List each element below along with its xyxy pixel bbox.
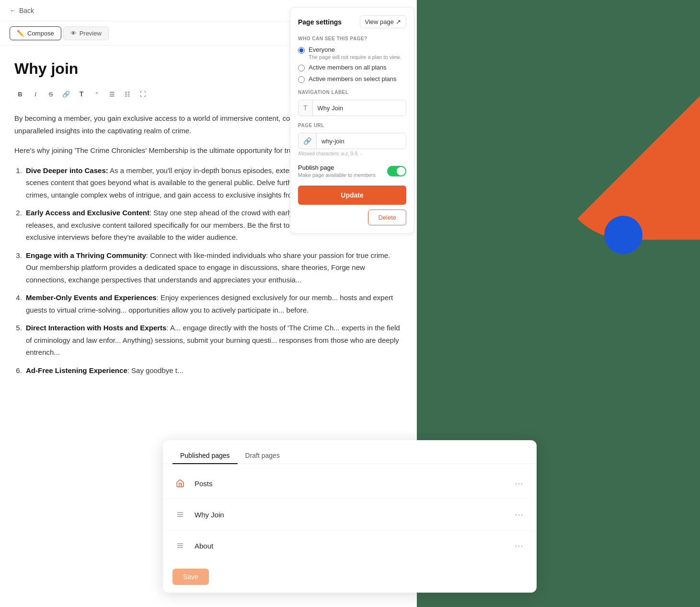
quote-icon[interactable]: “ — [91, 88, 103, 100]
publish-sublabel: Make page available to members — [298, 172, 376, 178]
home-icon — [172, 476, 188, 491]
settings-panel: Page settings View page ↗ WHO CAN SEE TH… — [290, 7, 414, 233]
who-can-see-label: WHO CAN SEE THIS PAGE? — [298, 36, 406, 41]
page-item-why-join: Why Join ⋯ — [163, 499, 537, 530]
page-name-why-join: Why Join — [195, 511, 504, 519]
compose-label: Compose — [27, 30, 54, 37]
delete-button[interactable]: Delete — [368, 210, 406, 225]
nav-label-icon: T — [298, 100, 313, 116]
preview-button[interactable]: 👁 Preview — [63, 26, 109, 40]
url-section: PAGE URL 🔗 Allowed characters: a-z, 0-9,… — [298, 123, 406, 156]
back-label: Back — [19, 7, 34, 14]
preview-icon: 👁 — [70, 30, 77, 37]
page-item-about: About ⋯ — [163, 530, 537, 561]
tab-draft-pages[interactable]: Draft pages — [238, 448, 287, 464]
bullet-list-icon[interactable]: ☰ — [106, 88, 118, 100]
page-item-posts: Posts ⋯ — [163, 468, 537, 499]
drag-icon-about — [172, 538, 188, 553]
settings-title: Page settings — [298, 18, 342, 26]
preview-label: Preview — [80, 30, 102, 37]
publish-toggle[interactable]: ✓ — [387, 166, 406, 176]
page-name-posts: Posts — [195, 479, 504, 488]
page-more-button-posts[interactable]: ⋯ — [511, 476, 527, 490]
visibility-select-plans-radio[interactable] — [298, 76, 305, 83]
toggle-check-icon: ✓ — [400, 168, 404, 173]
url-input-wrap: 🔗 — [298, 133, 406, 149]
nav-label-input[interactable] — [313, 101, 406, 116]
url-link-icon: 🔗 — [298, 133, 317, 149]
nav-label-section: NAVIGATION LABEL T — [298, 90, 406, 116]
pages-tabs: Published pages Draft pages — [163, 440, 537, 464]
external-link-icon: ↗ — [396, 18, 401, 25]
page-name-about: About — [195, 542, 504, 550]
settings-header: Page settings View page ↗ — [298, 15, 406, 28]
nav-label-input-wrap: T — [298, 100, 406, 116]
visibility-all-plans-radio[interactable] — [298, 65, 305, 71]
url-hint: Allowed characters: a-z, 0-9, - — [298, 151, 406, 156]
italic-icon[interactable]: I — [30, 88, 41, 100]
url-heading: PAGE URL — [298, 123, 406, 128]
compose-button[interactable]: ✏️ Compose — [10, 26, 61, 40]
strikethrough-icon[interactable]: S — [45, 88, 57, 100]
toolbar-left: ✏️ Compose 👁 Preview — [10, 26, 109, 40]
drag-icon-why-join — [172, 507, 188, 522]
numbered-list-icon[interactable]: ☷ — [122, 88, 133, 100]
nav-label-heading: NAVIGATION LABEL — [298, 90, 406, 95]
list-item: Engage with a Thriving Community: Connec… — [24, 249, 402, 286]
page-more-button-about[interactable]: ⋯ — [511, 538, 527, 553]
compose-icon: ✏️ — [17, 30, 24, 37]
visibility-select-plans[interactable]: Active members on select plans — [298, 75, 406, 83]
url-input[interactable] — [317, 134, 406, 149]
visibility-all-plans-label: Active members on all plans — [309, 64, 387, 71]
update-button[interactable]: Update — [298, 186, 406, 205]
visibility-options: Everyone The page will not require a pla… — [298, 46, 406, 83]
pages-list: Posts ⋯ Why Join ⋯ About — [163, 464, 537, 565]
text-icon[interactable]: T — [76, 88, 87, 100]
bold-icon[interactable]: B — [14, 88, 26, 100]
draft-pages-tab-label: Draft pages — [245, 452, 280, 459]
tab-published-pages[interactable]: Published pages — [172, 448, 238, 464]
view-page-label: View page — [365, 18, 394, 25]
visibility-everyone[interactable]: Everyone The page will not require a pla… — [298, 46, 406, 60]
image-icon[interactable]: ⛶ — [137, 88, 149, 100]
visibility-everyone-radio[interactable] — [298, 47, 305, 54]
back-arrow-icon: ← — [10, 7, 16, 14]
page-more-button-why-join[interactable]: ⋯ — [511, 507, 527, 522]
visibility-everyone-label: Everyone — [309, 46, 401, 53]
list-item: Ad-Free Listening Experience: Say goodby… — [24, 364, 402, 377]
list-item: Direct Interaction with Hosts and Expert… — [24, 322, 402, 359]
visibility-select-plans-label: Active members on select plans — [309, 75, 397, 82]
back-link[interactable]: ← Back — [10, 7, 34, 14]
list-item: Member-Only Events and Experiences: Enjo… — [24, 292, 402, 316]
visibility-everyone-sublabel: The page will not require a plan to view… — [309, 54, 401, 60]
decorative-blue-circle — [604, 216, 643, 254]
publish-label: Publish page — [298, 164, 376, 171]
visibility-all-plans[interactable]: Active members on all plans — [298, 64, 406, 71]
save-button[interactable]: Save — [172, 569, 209, 585]
link-icon[interactable]: 🔗 — [60, 88, 72, 100]
publish-section: Publish page Make page available to memb… — [298, 164, 406, 178]
pages-panel: Published pages Draft pages Posts ⋯ — [163, 440, 537, 593]
view-page-button[interactable]: View page ↗ — [360, 15, 406, 28]
published-pages-tab-label: Published pages — [180, 452, 230, 459]
